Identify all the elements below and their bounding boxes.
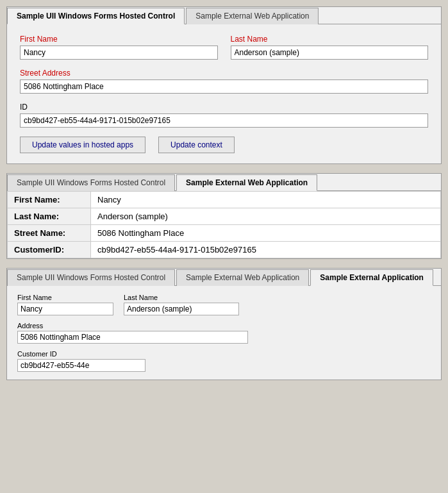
panel3-last-name-group: Last Name — [124, 294, 239, 315]
panel3-customerid-input[interactable] — [17, 359, 145, 372]
table-row-value: 5086 Nottingham Place — [91, 225, 441, 242]
panel3-address-group: Address — [17, 322, 431, 344]
panel3-first-name-group: First Name — [17, 294, 113, 315]
panel2-content: First Name:NancyLast Name:Anderson (samp… — [7, 191, 441, 258]
table-row-value: Nancy — [91, 192, 441, 208]
panel1-street-input[interactable] — [20, 79, 428, 94]
table-row: CustomerID:cb9bd427-eb55-44a4-9171-015b0… — [8, 242, 441, 258]
update-hosted-apps-button[interactable]: Update values in hosted apps — [20, 137, 145, 153]
panel3-address-input[interactable] — [17, 331, 248, 344]
table-row-value: cb9bd427-eb55-44a4-9171-015b02e97165 — [91, 242, 441, 258]
panel1-button-row: Update values in hosted apps Update cont… — [20, 137, 428, 153]
panel1-name-row: First Name Last Name — [20, 35, 428, 60]
panel3-customerid-group: Customer ID — [17, 350, 431, 372]
table-row: Last Name:Anderson (sample) — [8, 208, 441, 225]
panel3-address-label: Address — [17, 322, 431, 330]
panel3-first-name-input[interactable] — [17, 303, 113, 315]
panel3-last-name-label: Last Name — [124, 294, 239, 301]
panel1-first-name-group: First Name — [20, 35, 218, 60]
panel1-street-label: Street Address — [20, 69, 428, 78]
panel1-tab-external-web[interactable]: Sample External Web Application — [186, 8, 319, 24]
panel3-tab-windows-forms[interactable]: Sample UII Windows Forms Hosted Control — [7, 269, 175, 286]
panel3-customerid-label: Customer ID — [17, 350, 431, 358]
panel3-name-row: First Name Last Name — [17, 294, 431, 315]
table-row: Street Name:5086 Nottingham Place — [8, 225, 441, 242]
table-row-label: Last Name: — [8, 208, 91, 225]
table-row-label: First Name: — [8, 192, 91, 208]
panel1-id-group: ID — [20, 103, 428, 128]
table-row-label: Street Name: — [8, 225, 91, 242]
panel2: Sample UII Windows Forms Hosted Control … — [6, 173, 442, 259]
panel3-tab-bar: Sample UII Windows Forms Hosted Control … — [7, 269, 441, 286]
panel1-tab-windows-forms[interactable]: Sample UII Windows Forms Hosted Control — [7, 8, 185, 24]
table-row-label: CustomerID: — [8, 242, 91, 258]
panel3-tab-external-app[interactable]: Sample External Application — [310, 269, 433, 286]
panel1-first-name-label: First Name — [20, 35, 218, 44]
panel1-first-name-input[interactable] — [20, 46, 218, 60]
panel1-id-label: ID — [20, 103, 428, 112]
panel1-street-group: Street Address — [20, 69, 428, 94]
panel1-last-name-group: Last Name — [231, 35, 429, 60]
panel1-content: First Name Last Name Street Address ID U… — [7, 24, 441, 163]
panel3-first-name-label: First Name — [17, 294, 113, 301]
panel2-tab-external-web[interactable]: Sample External Web Application — [176, 174, 317, 191]
panel1: Sample UII Windows Forms Hosted Control … — [6, 6, 442, 164]
panel3-tab-external-web[interactable]: Sample External Web Application — [176, 269, 309, 286]
table-row-value: Anderson (sample) — [91, 208, 441, 225]
table-row: First Name:Nancy — [8, 192, 441, 208]
info-table: First Name:NancyLast Name:Anderson (samp… — [7, 191, 441, 258]
panel3: Sample UII Windows Forms Hosted Control … — [6, 268, 442, 380]
update-context-button[interactable]: Update context — [158, 137, 235, 153]
panel3-last-name-input[interactable] — [124, 303, 239, 315]
panel1-id-input[interactable] — [20, 113, 428, 128]
panel3-content: First Name Last Name Address Customer ID — [7, 286, 441, 380]
panel2-tab-windows-forms[interactable]: Sample UII Windows Forms Hosted Control — [7, 174, 175, 191]
panel2-tab-bar: Sample UII Windows Forms Hosted Control … — [7, 174, 441, 191]
panel1-tab-bar: Sample UII Windows Forms Hosted Control … — [7, 7, 441, 24]
panel1-last-name-input[interactable] — [231, 46, 429, 60]
panel1-last-name-label: Last Name — [231, 35, 429, 44]
